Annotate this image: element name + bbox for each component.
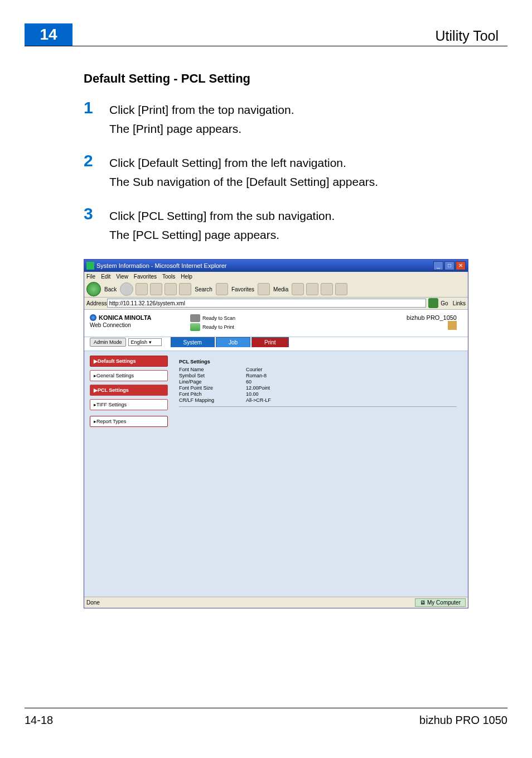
mail-button[interactable]	[306, 283, 318, 295]
menu-favorites[interactable]: Favorites	[134, 274, 157, 280]
web-main-area: ▶Default Settings ▸General Settings ▶PCL…	[84, 351, 468, 597]
stop-button[interactable]	[136, 283, 148, 295]
brand-logo-icon	[90, 314, 96, 321]
data-row: Line/Page60	[179, 379, 457, 385]
data-key: CR/LF Mapping	[179, 397, 246, 403]
history-button[interactable]	[292, 283, 304, 295]
status-bar: Done 🖥 My Computer	[84, 597, 468, 608]
data-row: CR/LF MappingAll->CR-LF	[179, 397, 457, 403]
data-key: Font Pitch	[179, 391, 246, 397]
step-line: Click [PCL Setting] from the sub navigat…	[109, 207, 499, 226]
header-rule	[25, 46, 507, 46]
side-navigation: ▶Default Settings ▸General Settings ▶PCL…	[90, 356, 173, 592]
section-label: Utility Tool	[436, 28, 499, 44]
tab-system[interactable]: System	[171, 337, 215, 347]
close-button[interactable]: ✕	[456, 261, 466, 270]
data-heading: PCL Settings	[179, 359, 457, 364]
language-value: English	[131, 339, 148, 345]
printer-icon	[190, 323, 200, 331]
browser-window: System Information - Microsoft Internet …	[84, 259, 468, 608]
nav-pcl-settings[interactable]: ▶PCL Settings	[90, 385, 168, 396]
back-button[interactable]	[86, 282, 101, 296]
tab-job[interactable]: Job	[216, 337, 250, 347]
data-value: All->CR-LF	[246, 397, 271, 403]
step-line: Click [Print] from the top navigation.	[109, 100, 499, 119]
menubar: File Edit View Favorites Tools Help	[84, 272, 468, 282]
back-label: Back	[104, 286, 117, 292]
step-2: 2 Click [Default Setting] from the left …	[84, 152, 499, 191]
tab-print[interactable]: Print	[252, 337, 289, 347]
menu-view[interactable]: View	[116, 274, 128, 280]
minimize-button[interactable]: _	[433, 261, 443, 270]
data-key: Font Point Size	[179, 385, 246, 391]
address-field[interactable]: http://10.11.32.126/system.xml	[107, 299, 427, 308]
printer-status-column: Ready to Scan Ready to Print	[190, 314, 268, 332]
toolbar: Back Search Favorites Media	[84, 282, 468, 298]
window-buttons: _ □ ✕	[433, 261, 466, 270]
menu-help[interactable]: Help	[181, 274, 192, 280]
model-icon	[448, 321, 457, 330]
media-label: Media	[273, 286, 288, 292]
data-key: Line/Page	[179, 379, 246, 385]
go-button[interactable]	[428, 298, 438, 308]
data-value: 12.00Point	[246, 385, 270, 391]
menu-file[interactable]: File	[86, 274, 95, 280]
data-value: Roman-8	[246, 373, 267, 378]
step-line: The [Print] page appears.	[109, 119, 499, 138]
tab-row: System Job Print	[171, 337, 290, 347]
favorites-button[interactable]	[216, 283, 228, 295]
footer-rule	[25, 708, 507, 708]
step-line: Click [Default Setting] from the left na…	[109, 153, 499, 172]
nav-general-settings[interactable]: ▸General Settings	[90, 370, 168, 381]
brand-name: KONICA MINOLTA	[99, 314, 152, 321]
step-number: 3	[84, 205, 109, 244]
refresh-button[interactable]	[150, 283, 162, 295]
footer-model: bizhub PRO 1050	[419, 714, 507, 727]
search-button[interactable]	[179, 283, 191, 295]
ie-icon	[86, 262, 94, 270]
step-body: Click [Print] from the top navigation. T…	[109, 99, 499, 138]
forward-button[interactable]	[120, 282, 133, 296]
data-key: Font Name	[179, 367, 246, 372]
admin-mode-button[interactable]: Admin Mode	[90, 338, 126, 347]
data-row: Symbol SetRoman-8	[179, 373, 457, 378]
page-footer: 14-18 bizhub PRO 1050	[25, 708, 507, 727]
window-title: System Information - Microsoft Internet …	[96, 262, 227, 269]
status-row: Ready to Print	[190, 323, 268, 331]
status-text: Done	[86, 599, 100, 606]
data-panel: PCL Settings Font NameCourier Symbol Set…	[173, 356, 462, 592]
data-value: 60	[246, 379, 252, 385]
nav-tiff-settings[interactable]: ▸TIFF Settings	[90, 399, 168, 410]
footer-row: 14-18 bizhub PRO 1050	[25, 714, 507, 727]
embedded-screenshot: System Information - Microsoft Internet …	[84, 259, 499, 608]
menu-tools[interactable]: Tools	[162, 274, 175, 280]
language-select[interactable]: English ▾	[128, 338, 162, 346]
zone-label: My Computer	[427, 599, 461, 606]
titlebar: System Information - Microsoft Internet …	[84, 260, 468, 272]
scanner-icon	[190, 314, 200, 322]
page-number-badge: 14	[25, 23, 72, 46]
security-zone: 🖥 My Computer	[415, 598, 466, 607]
edit-button[interactable]	[335, 283, 347, 295]
maximize-button[interactable]: □	[444, 261, 454, 270]
step-number: 1	[84, 99, 109, 138]
status-label: Ready to Scan	[202, 315, 235, 321]
data-row: Font NameCourier	[179, 367, 457, 372]
brand-column: KONICA MINOLTA Web Connection	[90, 314, 190, 328]
data-row: Font Point Size12.00Point	[179, 385, 457, 391]
subsection-heading: Default Setting - PCL Setting	[84, 71, 499, 86]
nav-default-settings[interactable]: ▶Default Settings	[90, 356, 168, 367]
content-area: Default Setting - PCL Setting 1 Click [P…	[84, 71, 499, 620]
media-button[interactable]	[258, 283, 270, 295]
menu-edit[interactable]: Edit	[101, 274, 110, 280]
search-label: Search	[195, 286, 212, 292]
home-button[interactable]	[165, 283, 177, 295]
status-label: Ready to Print	[202, 324, 234, 330]
data-value: 10.00	[246, 391, 259, 397]
footer-page-number: 14-18	[25, 714, 53, 727]
print-button[interactable]	[321, 283, 333, 295]
web-header: KONICA MINOLTA Web Connection Ready to S…	[84, 310, 468, 337]
nav-report-types[interactable]: ▸Report Types	[90, 416, 168, 427]
data-row: Font Pitch10.00	[179, 391, 457, 397]
address-bar: Address http://10.11.32.126/system.xml G…	[84, 298, 468, 310]
